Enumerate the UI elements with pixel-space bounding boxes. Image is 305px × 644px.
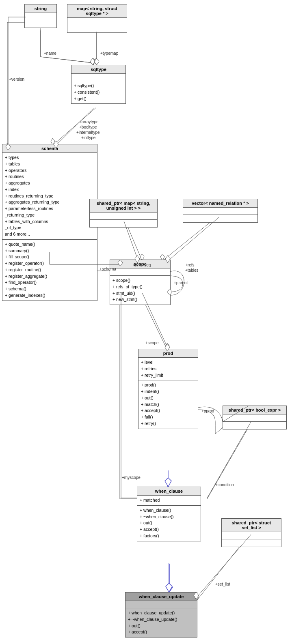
box-vector-s2 bbox=[183, 215, 257, 222]
box-schema-methods: + quote_name() + summary() + fill_scope(… bbox=[2, 240, 97, 301]
box-string-s2 bbox=[25, 20, 56, 28]
box-sqltype: sqltype + sqltype() + consistent() + get… bbox=[71, 65, 126, 104]
label-inttype: +inttype bbox=[81, 135, 95, 140]
box-when-clause-attrs: + matched bbox=[137, 496, 201, 506]
main-svg bbox=[0, 0, 305, 644]
box-when-clause: when_clause + matched + when_clause() + … bbox=[137, 487, 201, 541]
svg-line-23 bbox=[207, 422, 252, 499]
schema-m7: + find_operator() bbox=[5, 279, 95, 286]
label-name: +name bbox=[44, 51, 56, 56]
box-map-string-sqltype: map< string, struct sqltype * > bbox=[67, 4, 127, 33]
schema-a8: + aggregates_returning_type bbox=[5, 199, 95, 206]
box-map-s2 bbox=[67, 25, 127, 32]
prod-m7: + retry() bbox=[141, 421, 195, 427]
svg-marker-62 bbox=[165, 478, 171, 487]
schema-m8: + schema() bbox=[5, 286, 95, 292]
box-vector-named-relation: vector< named_relation * > bbox=[183, 199, 258, 223]
sqltype-m2: + consistent() bbox=[74, 89, 123, 96]
label-myscope: +myscope bbox=[122, 475, 141, 480]
label-version: +version bbox=[9, 77, 24, 82]
label-refs: +refs bbox=[185, 263, 195, 267]
box-scope-methods: + scope() + refs_of_type() + stmt_uid() … bbox=[110, 276, 170, 305]
label-schema: +schema bbox=[100, 267, 116, 271]
prod-m5: + accept() bbox=[141, 408, 195, 414]
wcu-m4: + accept() bbox=[128, 629, 195, 635]
box-when-clause-header: when_clause bbox=[137, 487, 201, 496]
schema-a6: + index bbox=[5, 187, 95, 193]
label-condition: +condition bbox=[215, 483, 234, 487]
box-set-list-s2 bbox=[222, 539, 281, 547]
schema-a2: + tables bbox=[5, 161, 95, 167]
svg-line-1 bbox=[41, 57, 93, 63]
schema-a1: + types bbox=[5, 155, 95, 161]
box-sqltype-s1 bbox=[71, 74, 125, 81]
schema-a7: + routines_returning_type bbox=[5, 193, 95, 200]
when-clause-m3: + out() bbox=[140, 520, 198, 526]
box-when-clause-update-s1 bbox=[125, 601, 197, 608]
box-shared-ptr-map-s1 bbox=[90, 213, 157, 220]
when-clause-m1: + when_clause() bbox=[140, 507, 198, 514]
box-vector-header: vector< named_relation * > bbox=[183, 199, 257, 208]
scope-m4: + new_stmt() bbox=[112, 296, 168, 303]
wcu-m1: + when_clause_update() bbox=[128, 610, 195, 616]
schema-a10: _returning_type bbox=[5, 212, 95, 219]
wcu-m2: + ~when_clause_update() bbox=[128, 616, 195, 623]
box-bool-expr-s2 bbox=[223, 422, 286, 429]
box-map-s1 bbox=[67, 18, 127, 25]
schema-m3: + fill_scope() bbox=[5, 254, 95, 260]
label-typemap: +typemap bbox=[100, 51, 118, 56]
schema-m1: + quote_name() bbox=[5, 241, 95, 248]
box-prod: prod + level + retries + retry_limit + p… bbox=[138, 349, 198, 429]
schema-a9: + parameterless_routines bbox=[5, 206, 95, 212]
svg-marker-56 bbox=[166, 583, 172, 592]
when-clause-m2: + ~when_clause() bbox=[140, 514, 198, 520]
wcu-m3: + out() bbox=[128, 623, 195, 629]
box-shared-ptr-set-list: shared_ptr< struct set_list > bbox=[221, 518, 281, 547]
box-set-list-header: shared_ptr< struct set_list > bbox=[222, 519, 281, 532]
svg-marker-25 bbox=[166, 584, 173, 592]
sqltype-m3: + get() bbox=[74, 96, 123, 102]
svg-marker-5 bbox=[94, 58, 98, 65]
box-string-header: string bbox=[25, 4, 56, 13]
box-scope-s1 bbox=[110, 268, 170, 276]
label-internaltype: +internaltype bbox=[76, 130, 100, 135]
label-pprod: +pprod bbox=[201, 409, 214, 413]
schema-a11: + tables_with_columns bbox=[5, 219, 95, 225]
schema-a13: and 6 more... bbox=[5, 231, 95, 238]
box-prod-methods: + prod() + indent() + out() + match() + … bbox=[138, 380, 198, 428]
box-string-s1 bbox=[25, 13, 56, 20]
box-set-list-s1 bbox=[222, 532, 281, 539]
label-tables: +tables bbox=[185, 268, 199, 273]
box-schema-header: schema bbox=[2, 144, 97, 153]
when-clause-a1: + matched bbox=[140, 497, 198, 504]
prod-a3: + retry_limit bbox=[141, 372, 195, 379]
scope-m2: + refs_of_type() bbox=[112, 284, 168, 290]
svg-marker-33 bbox=[90, 58, 95, 65]
box-schema: schema + types + tables + operators + ro… bbox=[2, 144, 97, 301]
schema-a5: + aggregates bbox=[5, 180, 95, 187]
box-shared-ptr-map-s2 bbox=[90, 220, 157, 227]
box-vector-s1 bbox=[183, 208, 257, 215]
box-shared-ptr-map-header: shared_ptr< map< string, unsigned int > … bbox=[90, 199, 157, 213]
label-booltype: +booltype bbox=[79, 125, 97, 129]
prod-a2: + retries bbox=[141, 366, 195, 372]
label-scope: +scope bbox=[145, 341, 159, 345]
box-schema-attrs: + types + tables + operators + routines … bbox=[2, 153, 97, 240]
connections-svg bbox=[0, 0, 305, 644]
schema-m5: + register_routine() bbox=[5, 267, 95, 273]
box-when-clause-methods: + when_clause() + ~when_clause() + out()… bbox=[137, 506, 201, 541]
sqltype-m1: + sqltype() bbox=[74, 83, 123, 89]
box-when-clause-update-header: when_clause_update bbox=[125, 592, 197, 601]
prod-m4: + match() bbox=[141, 401, 195, 408]
schema-a12: _of_type bbox=[5, 225, 95, 231]
when-clause-m5: + factory() bbox=[140, 533, 198, 539]
uml-diagram: string map< string, struct sqltype * > s… bbox=[0, 0, 305, 644]
box-shared-ptr-bool-expr: shared_ptr< bool_expr > bbox=[223, 406, 287, 429]
box-when-clause-update-methods: + when_clause_update() + ~when_clause_up… bbox=[125, 608, 197, 637]
prod-m1: + prod() bbox=[141, 382, 195, 389]
label-arraytype: +arraytype bbox=[79, 120, 99, 124]
prod-m6: + fail() bbox=[141, 414, 195, 421]
schema-m2: + summary() bbox=[5, 248, 95, 254]
box-when-clause-update: when_clause_update + when_clause_update(… bbox=[125, 592, 197, 638]
schema-a3: + operators bbox=[5, 167, 95, 174]
